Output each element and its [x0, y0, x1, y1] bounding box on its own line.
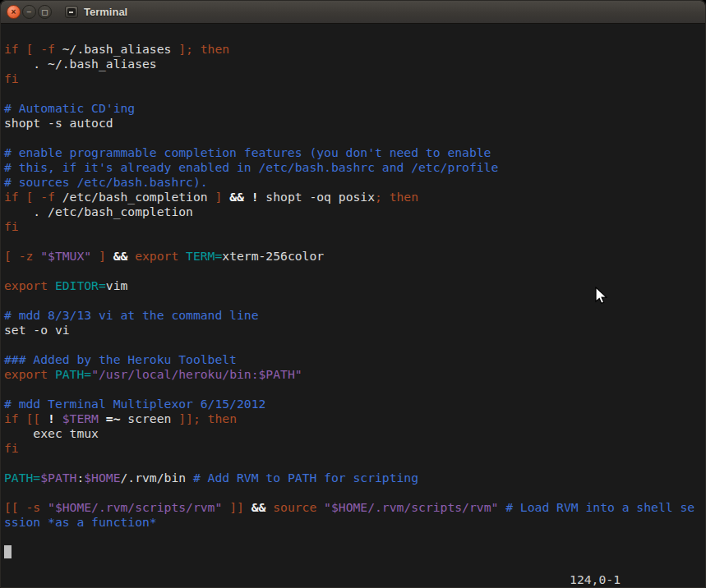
terminal-line: fi	[4, 219, 705, 234]
code-token-text: set -o vi	[4, 323, 70, 337]
terminal-line: if [ -f /etc/bash_completion ] && ! shop…	[4, 190, 705, 204]
code-token-text	[244, 190, 251, 204]
close-icon: ×	[12, 7, 16, 16]
code-token-text: shopt -oq posix	[259, 190, 375, 204]
terminal-line: exec tmux	[4, 426, 705, 441]
terminal-line	[4, 382, 705, 397]
code-token-text: exec tmux	[4, 426, 99, 440]
terminal-line: set -o vi	[4, 323, 705, 338]
code-token-statement: ]]	[222, 500, 251, 514]
terminal-line: fi	[4, 71, 705, 86]
terminal-window: × − ◻ Terminal if [ -f ~/.bash_aliases ]…	[0, 0, 706, 588]
terminal-line	[4, 338, 705, 352]
code-token-operator: !	[251, 190, 259, 204]
tmux-status-bar: Session: 3 1 1 1:vi* ------	[1, 572, 705, 587]
code-token-text: ~/.bash_aliases	[62, 42, 172, 56]
code-token-text: . /etc/bash_completion	[4, 204, 193, 218]
code-token-statement: source	[273, 500, 324, 514]
minimize-button[interactable]: −	[22, 5, 36, 19]
code-token-comment: ssion *as a function*	[4, 515, 157, 529]
terminal-body[interactable]: if [ -f ~/.bash_aliases ]; then . ~/.bas…	[1, 24, 705, 587]
mouse-cursor-icon	[594, 287, 607, 306]
code-token-text: :	[76, 471, 84, 485]
code-token-statement: ]]; then	[178, 411, 237, 425]
code-token-operator: &&	[251, 500, 266, 514]
code-token-statement: fi	[4, 219, 19, 233]
code-token-statement: ]	[91, 249, 113, 263]
code-token-statement: ]	[208, 190, 230, 204]
code-token-comment: # sources /etc/bash.bashrc).	[4, 175, 208, 189]
terminal-icon	[65, 6, 78, 18]
code-token-text	[498, 500, 505, 514]
terminal-line: # enable programmable completion feature…	[4, 145, 705, 160]
code-token-text	[265, 500, 273, 514]
code-token-string: "$TMUX"	[40, 249, 91, 263]
terminal-line	[4, 86, 705, 101]
terminal-line: # sources /etc/bash.bashrc).	[4, 175, 705, 190]
code-token-text: xterm-256color	[222, 249, 324, 263]
code-token-text	[127, 249, 135, 263]
terminal-line: [[ -s "$HOME/.rvm/scripts/rvm" ]] && sou…	[4, 500, 705, 515]
close-button[interactable]: ×	[7, 5, 21, 19]
terminal-line: ssion *as a function*	[4, 515, 705, 530]
minimize-icon: −	[27, 7, 32, 16]
terminal-line: ### Added by the Heroku Toolbelt	[4, 352, 705, 367]
window-title: Terminal	[84, 6, 127, 18]
code-token-string: "$HOME/.rvm/scripts/rvm"	[324, 500, 498, 514]
terminal-line: # mdd Terminal Multiplexor 6/15/2012	[4, 397, 705, 411]
terminal-line: PATH=$PATH:$HOME/.rvm/bin # Add RVM to P…	[4, 471, 705, 485]
terminal-line	[4, 456, 705, 471]
code-token-comment: # mdd Terminal Multiplexor 6/15/2012	[4, 397, 265, 411]
code-token-comment: ### Added by the Heroku Toolbelt	[4, 352, 237, 366]
code-token-comment: # Load RVM into a shell se	[505, 500, 694, 514]
code-token-string: "/usr/local/heroku/bin:$PATH"	[91, 367, 302, 381]
terminal-line	[4, 234, 705, 249]
terminal-line	[4, 131, 705, 145]
code-token-text	[99, 411, 106, 425]
terminal-line: shopt -s autocd	[4, 116, 705, 131]
code-token-statement: ; then	[375, 190, 418, 204]
code-token-string: $TERM	[62, 411, 99, 425]
code-token-comment: # this, if it's already enabled in /etc/…	[4, 160, 498, 174]
code-token-operator: =~	[106, 411, 121, 425]
code-token-identifier: EDITOR=	[55, 278, 106, 292]
code-token-statement: fi	[4, 71, 19, 85]
code-token-string: $HOME	[84, 471, 120, 485]
terminal-line: export PATH="/usr/local/heroku/bin:$PATH…	[4, 367, 705, 382]
terminal-line: . /etc/bash_completion	[4, 204, 705, 219]
code-token-statement: if [ -f	[4, 190, 62, 204]
maximize-icon: ◻	[41, 7, 48, 16]
code-token-statement: if [[	[4, 411, 48, 425]
titlebar[interactable]: × − ◻ Terminal	[1, 1, 705, 24]
terminal-line	[4, 264, 705, 278]
code-token-comment: # enable programmable completion feature…	[4, 145, 491, 159]
terminal-line: if [ -f ~/.bash_aliases ]; then	[4, 42, 705, 57]
code-token-identifier: PATH=	[55, 367, 91, 381]
code-token-statement: export	[4, 367, 55, 381]
code-token-comment: # Add RVM to PATH for scripting	[193, 471, 418, 485]
terminal-line: # Automatic CD'ing	[4, 101, 705, 116]
terminal-line: . ~/.bash_aliases	[4, 57, 705, 71]
maximize-button[interactable]: ◻	[38, 5, 52, 19]
code-token-text: shopt -s autocd	[4, 116, 113, 130]
code-token-statement: export	[135, 249, 186, 263]
code-token-text: screen	[121, 411, 179, 425]
code-token-text: /.rvm/bin	[121, 471, 193, 485]
terminal-line: [ -z "$TMUX" ] && export TERM=xterm-256c…	[4, 249, 705, 264]
terminal-line: # this, if it's already enabled in /etc/…	[4, 160, 705, 175]
vim-cursor	[4, 545, 12, 558]
terminal-line: if [[ ! $TERM =~ screen ]]; then	[4, 411, 705, 426]
code-token-statement: ]; then	[171, 42, 229, 56]
code-token-statement: if [ -f	[4, 42, 62, 56]
code-token-statement: [ -z	[4, 249, 40, 263]
code-token-operator: &&	[113, 249, 128, 263]
code-token-comment: # Automatic CD'ing	[4, 101, 135, 115]
code-token-text: vim	[106, 278, 128, 292]
vim-ruler: 124,0-1 Bot	[1, 558, 705, 572]
code-token-operator: !	[48, 411, 55, 425]
terminal-line: # mdd 8/3/13 vi at the command line	[4, 308, 705, 323]
code-token-operator: &&	[229, 190, 244, 204]
code-token-string: $PATH	[40, 471, 76, 485]
code-token-statement: export	[4, 278, 55, 292]
code-token-statement: [[ -s	[4, 500, 48, 514]
